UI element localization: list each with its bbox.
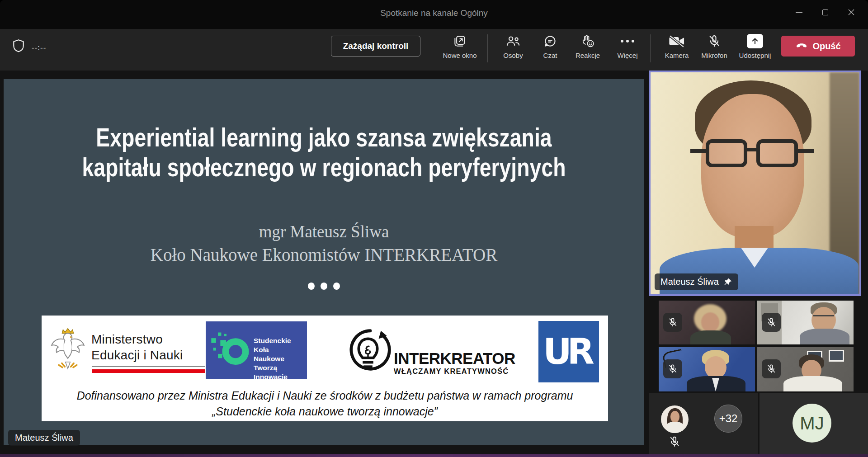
chat-button[interactable]: Czat	[528, 33, 572, 59]
new-window-button[interactable]: Nowe okno	[438, 33, 481, 59]
shared-slide: Experiential learning jako szansa zwięks…	[4, 79, 644, 445]
ministry-gray-rule	[92, 366, 205, 367]
titlebar: Spotkanie na kanale Ogólny	[0, 0, 868, 29]
toolbar-divider	[487, 34, 488, 62]
slide-title: Experiential learning jako szansa zwięks…	[4, 122, 644, 182]
slide-ellipsis	[4, 283, 644, 290]
meeting-toolbar: --:-- Zażądaj kontroli Nowe okno Osoby C…	[0, 29, 868, 71]
glasses	[813, 315, 834, 320]
participant-tile-2[interactable]	[757, 301, 854, 344]
mic-off-icon	[708, 33, 721, 49]
ellipsis-icon	[621, 33, 634, 49]
slide-organization: Koło Naukowe Ekonomistów INTERKREATOR	[4, 245, 644, 265]
chat-icon	[543, 33, 557, 49]
mic-muted-icon	[762, 359, 781, 378]
glasses	[706, 139, 747, 167]
ministry-red-rule	[92, 369, 205, 373]
skn-logo-text: Studenckie Koła Naukowe Tworzą Innowacje	[254, 336, 307, 382]
ministry-logo-text: Ministerstwo Edukacji i Nauki	[91, 331, 183, 363]
meeting-stage: Experiential learning jako szansa zwięks…	[0, 71, 868, 457]
more-button[interactable]: Więcej	[606, 33, 649, 59]
minimize-button[interactable]	[786, 0, 812, 24]
funding-statement: Dofinansowano przez Ministra Edukacji i …	[42, 388, 608, 419]
pin-icon	[723, 278, 732, 287]
request-control-button[interactable]: Zażądaj kontroli	[331, 36, 420, 57]
shield-icon	[11, 38, 26, 55]
leave-button[interactable]: Opuść	[781, 36, 855, 57]
share-button[interactable]: Udostępnij	[733, 33, 777, 59]
window-controls	[786, 0, 864, 24]
hangup-icon	[795, 43, 808, 49]
window-bottom-border	[0, 454, 868, 457]
pinned-video[interactable]: Mateusz Śliwa	[649, 71, 861, 296]
participant-tile-1[interactable]	[659, 301, 755, 344]
toolbar-divider	[650, 34, 651, 62]
participant-tile-4[interactable]	[757, 347, 854, 391]
overflow-count-badge[interactable]: +32	[714, 405, 742, 433]
microphone-button[interactable]: Mikrofon	[693, 33, 736, 59]
meeting-timer: --:--	[32, 43, 46, 52]
close-button[interactable]	[838, 0, 864, 24]
teams-meeting-window: Spotkanie na kanale Ogólny --:-- Zażądaj…	[0, 0, 868, 457]
skn-ring-icon	[208, 328, 254, 373]
skn-logo: Studenckie Koła Naukowe Tworzą Innowacje	[206, 321, 307, 379]
presenter-name-chip: Mateusz Śliwa	[8, 430, 80, 446]
camera-button[interactable]: Kamera	[655, 33, 698, 59]
poland-eagle-logo	[50, 325, 86, 375]
interkreator-bulb-icon	[344, 322, 392, 379]
mic-muted-icon	[663, 313, 682, 332]
logo-banner: Ministerstwo Edukacji i Nauki Studenckie…	[42, 316, 608, 421]
share-arrow-icon	[747, 34, 763, 48]
reactions-button[interactable]: Reakcje	[566, 33, 609, 59]
minimize-icon	[796, 12, 802, 13]
interkreator-logo-text: INTERKREATOR WŁĄCZAMY KREATYWNOŚĆ	[394, 351, 515, 376]
mic-muted-icon	[663, 359, 682, 378]
camera-off-icon	[668, 33, 685, 49]
participant-avatar[interactable]	[661, 405, 689, 433]
window-title: Spotkanie na kanale Ogólny	[0, 8, 868, 18]
maximize-icon	[822, 9, 828, 15]
maximize-button[interactable]	[812, 0, 838, 24]
participant-tile-3[interactable]	[659, 347, 755, 391]
mic-muted-icon	[669, 436, 680, 449]
pinned-name-chip: Mateusz Śliwa	[655, 273, 738, 290]
close-icon	[848, 9, 854, 15]
initials-avatar[interactable]: MJ	[793, 404, 831, 443]
popout-icon	[453, 33, 467, 49]
ur-logo: UR	[538, 321, 599, 382]
mic-muted-icon	[762, 313, 781, 332]
picture-frame	[829, 350, 844, 362]
reaction-icon	[580, 33, 595, 49]
slide-author: mgr Mateusz Śliwa	[4, 222, 644, 241]
people-icon	[505, 33, 521, 49]
